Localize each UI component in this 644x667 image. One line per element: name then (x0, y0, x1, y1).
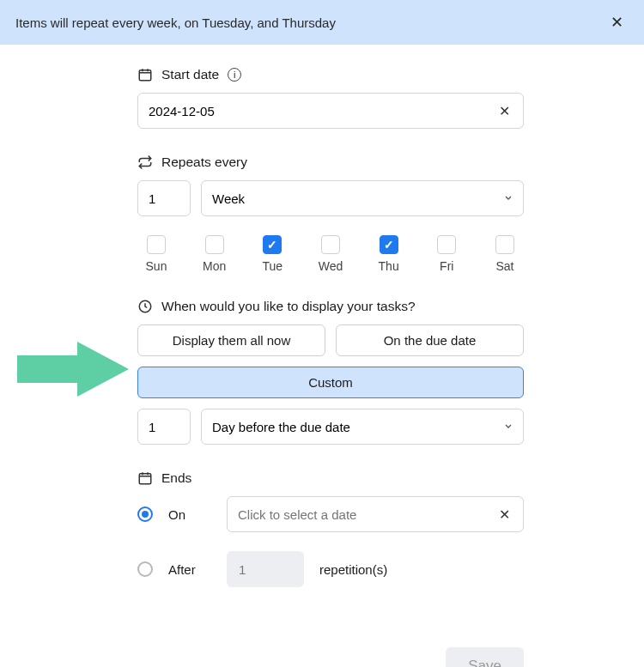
day-sat: Sat (486, 235, 524, 273)
close-icon[interactable]: ✕ (605, 13, 629, 32)
day-label: Tue (263, 259, 283, 273)
ends-header: Ends (137, 470, 524, 486)
ends-on-label: On (168, 507, 211, 522)
repeat-unit-select[interactable]: Week (201, 180, 524, 216)
clear-end-date-icon[interactable]: ✕ (494, 506, 515, 524)
repeat-interval-input[interactable] (137, 180, 191, 216)
display-label: When would you like to display your task… (161, 299, 416, 314)
calendar-icon (137, 470, 153, 486)
custom-unit-select[interactable]: Day before the due date (201, 409, 524, 445)
display-all-now-button[interactable]: Display them all now (137, 324, 325, 356)
day-checkbox-sun[interactable] (147, 235, 166, 254)
day-checkbox-thu[interactable] (380, 235, 398, 254)
repeats-label: Repeats every (161, 155, 247, 170)
repetition-count-input (227, 551, 304, 587)
repeats-header: Repeats every (137, 155, 524, 170)
repetition-suffix: repetition(s) (319, 562, 387, 577)
repeat-icon (137, 155, 153, 170)
start-date-input[interactable] (137, 93, 524, 129)
svg-rect-2 (139, 474, 151, 484)
day-wed: Wed (312, 235, 349, 273)
ends-on-radio[interactable] (137, 506, 153, 522)
ends-after-label: After (168, 562, 211, 577)
display-on-due-date-button[interactable]: On the due date (336, 324, 524, 356)
calendar-icon (137, 67, 153, 82)
clear-start-date-icon[interactable]: ✕ (494, 102, 515, 120)
display-header: When would you like to display your task… (137, 299, 524, 314)
day-checkbox-tue[interactable] (263, 235, 282, 254)
day-label: Sat (495, 259, 513, 273)
display-custom-button[interactable]: Custom (137, 367, 524, 398)
day-thu: Thu (370, 235, 408, 273)
ends-after-radio[interactable] (137, 561, 153, 577)
clock-icon (137, 299, 153, 314)
day-label: Mon (203, 259, 226, 273)
day-tue: Tue (253, 235, 291, 273)
day-label: Sun (146, 259, 167, 273)
ends-label: Ends (161, 470, 191, 486)
day-checkbox-wed[interactable] (321, 235, 340, 254)
start-date-label: Start date (161, 67, 219, 82)
day-label: Wed (319, 259, 343, 273)
day-fri: Fri (428, 235, 465, 273)
banner-text: Items will repeat every week, on Tuesday… (15, 15, 336, 30)
weekday-picker: SunMonTueWedThuFriSat (137, 235, 524, 273)
day-checkbox-fri[interactable] (437, 235, 456, 254)
start-date-header: Start date i (137, 67, 524, 82)
info-banner: Items will repeat every week, on Tuesday… (0, 0, 644, 45)
custom-count-input[interactable] (137, 409, 191, 445)
day-checkbox-sat[interactable] (495, 235, 514, 254)
day-sun: Sun (137, 235, 175, 273)
save-button[interactable]: Save (446, 647, 524, 667)
day-mon: Mon (196, 235, 234, 273)
svg-rect-0 (139, 70, 151, 81)
info-icon[interactable]: i (228, 68, 241, 82)
day-label: Fri (440, 259, 453, 273)
day-label: Thu (379, 259, 399, 273)
end-date-input[interactable] (227, 496, 524, 532)
day-checkbox-mon[interactable] (205, 235, 224, 254)
